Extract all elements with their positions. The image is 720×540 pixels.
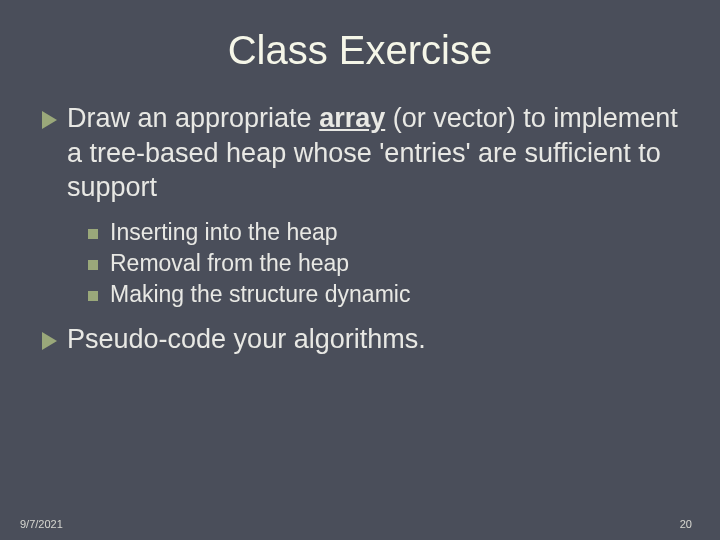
- bullet1-text: Draw an appropriate array (or vector) to…: [67, 101, 684, 205]
- slide-footer: 9/7/2021 20: [0, 518, 720, 530]
- slide-title: Class Exercise: [36, 28, 684, 73]
- bullet1-bold: array: [319, 103, 385, 133]
- sub-bullet: Removal from the heap: [88, 250, 684, 277]
- sub-bullet3-text: Making the structure dynamic: [110, 281, 410, 308]
- bullet2-text: Pseudo-code your algorithms.: [67, 322, 426, 357]
- bullet1-pre: Draw an appropriate: [67, 103, 319, 133]
- footer-page-number: 20: [680, 518, 692, 530]
- bullet-level1: Draw an appropriate array (or vector) to…: [42, 101, 684, 205]
- sub-bullet: Making the structure dynamic: [88, 281, 684, 308]
- sub-bullet2-text: Removal from the heap: [110, 250, 349, 277]
- sub-bullet-group: Inserting into the heap Removal from the…: [88, 219, 684, 308]
- sub-bullet1-text: Inserting into the heap: [110, 219, 338, 246]
- footer-date: 9/7/2021: [20, 518, 63, 530]
- triangle-bullet-icon: [42, 332, 57, 350]
- slide: Class Exercise Draw an appropriate array…: [0, 0, 720, 540]
- sub-bullet: Inserting into the heap: [88, 219, 684, 246]
- bullet-level1: Pseudo-code your algorithms.: [42, 322, 684, 357]
- square-bullet-icon: [88, 260, 98, 270]
- square-bullet-icon: [88, 229, 98, 239]
- square-bullet-icon: [88, 291, 98, 301]
- triangle-bullet-icon: [42, 111, 57, 129]
